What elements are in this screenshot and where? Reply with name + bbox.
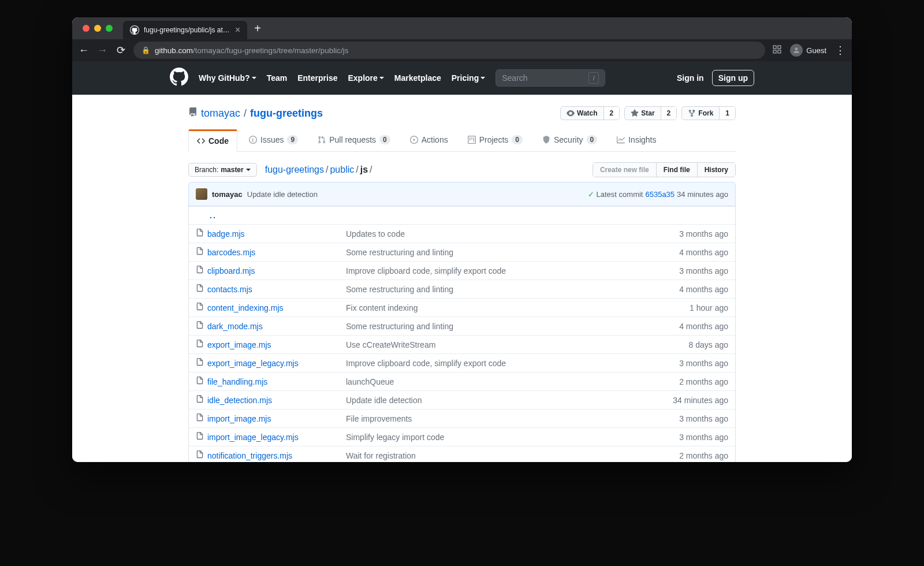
chevron-down-icon [379, 77, 384, 81]
svg-rect-1 [778, 46, 781, 49]
tab-insights[interactable]: Insights [609, 129, 664, 151]
file-row: idle_detection.mjsUpdate idle detection3… [189, 390, 735, 409]
watch-button[interactable]: Watch2 [560, 106, 620, 120]
file-row: dark_mode.mjsSome restructuring and lint… [189, 316, 735, 335]
file-link[interactable]: import_image.mjs [207, 414, 271, 423]
file-time: 1 hour ago [690, 303, 728, 312]
close-tab-icon[interactable]: × [235, 25, 240, 35]
project-icon [468, 136, 476, 144]
file-commit-msg[interactable]: Some restructuring and linting [346, 322, 679, 331]
chevron-down-icon [252, 77, 256, 81]
url-bar[interactable]: 🔒 github.com/tomayac/fugu-greetings/tree… [133, 42, 765, 59]
history-button[interactable]: History [698, 163, 735, 177]
nav-team[interactable]: Team [267, 73, 288, 83]
pull-request-icon [318, 136, 326, 144]
repo-name-link[interactable]: fugu-greetings [250, 107, 323, 120]
browser-tab[interactable]: fugu-greetings/public/js at ma… × [123, 21, 247, 39]
file-row: file_handling.mjslaunchQueue2 months ago [189, 372, 735, 390]
commit-message[interactable]: Update idle detection [247, 190, 318, 199]
check-icon[interactable]: ✓ [588, 190, 594, 199]
file-icon [196, 395, 207, 405]
window-minimize-icon[interactable] [94, 25, 101, 32]
code-icon [197, 137, 205, 145]
file-link[interactable]: barcodes.mjs [207, 248, 255, 257]
shield-icon [542, 136, 550, 144]
nav-marketplace[interactable]: Marketplace [394, 73, 441, 83]
signin-link[interactable]: Sign in [677, 73, 704, 83]
file-commit-msg[interactable]: Some restructuring and linting [346, 285, 679, 294]
repo-owner-link[interactable]: tomayac [201, 107, 240, 120]
star-button[interactable]: Star2 [624, 106, 677, 120]
new-tab-button[interactable]: + [254, 22, 261, 35]
tab-projects[interactable]: Projects0 [460, 129, 531, 151]
find-file-button[interactable]: Find file [657, 163, 698, 177]
file-link[interactable]: notification_triggers.mjs [207, 451, 292, 460]
file-row: export_image_legacy.mjsImprove clipboard… [189, 353, 735, 372]
latest-commit-label: Latest commit [597, 190, 643, 199]
play-icon [410, 136, 418, 144]
crumb-public[interactable]: public [330, 165, 354, 174]
file-link[interactable]: file_handling.mjs [207, 377, 267, 386]
commit-sha[interactable]: 6535a35 [645, 190, 675, 199]
file-link[interactable]: clipboard.mjs [207, 266, 255, 275]
file-link[interactable]: dark_mode.mjs [207, 322, 263, 331]
fork-button[interactable]: Fork1 [681, 106, 736, 120]
file-link[interactable]: import_image_legacy.mjs [207, 433, 299, 442]
repo-path: tomayac/fugu-greetings [188, 107, 323, 120]
file-time: 3 months ago [679, 266, 728, 275]
file-row: notification_triggers.mjsWait for regist… [189, 446, 735, 462]
file-commit-msg[interactable]: Updates to code [346, 229, 679, 239]
create-file-button[interactable]: Create new file [593, 163, 657, 177]
tab-actions[interactable]: Actions [402, 129, 456, 151]
forward-button[interactable]: → [96, 44, 108, 57]
github-favicon-icon [130, 25, 139, 35]
menu-icon[interactable]: ⋮ [834, 44, 846, 57]
github-logo-icon[interactable] [170, 68, 188, 88]
nav-why-github[interactable]: Why GitHub? [199, 73, 256, 83]
file-commit-msg[interactable]: Some restructuring and linting [346, 248, 679, 257]
author-avatar[interactable] [196, 188, 207, 200]
window-close-icon[interactable] [83, 25, 90, 32]
file-link[interactable]: idle_detection.mjs [207, 396, 272, 405]
repo-icon [188, 107, 198, 120]
file-link[interactable]: badge.mjs [207, 229, 245, 239]
file-commit-msg[interactable]: Improve clipboard code, simplify export … [346, 266, 679, 275]
file-commit-msg[interactable]: Wait for registration [346, 451, 679, 460]
search-field[interactable]: / [495, 69, 605, 87]
file-commit-msg[interactable]: Fix content indexing [346, 303, 690, 312]
file-commit-msg[interactable]: Simplify legacy import code [346, 433, 679, 442]
file-link[interactable]: content_indexing.mjs [207, 303, 284, 312]
file-time: 3 months ago [679, 433, 728, 442]
tab-code[interactable]: Code [188, 129, 237, 152]
signup-button[interactable]: Sign up [712, 70, 754, 86]
tab-issues[interactable]: Issues9 [241, 129, 306, 151]
crumb-root[interactable]: fugu-greetings [265, 165, 324, 174]
profile-button[interactable]: Guest [790, 44, 826, 57]
search-input[interactable] [502, 73, 577, 83]
file-commit-msg[interactable]: File improvements [346, 414, 679, 423]
file-time: 3 months ago [679, 359, 728, 368]
extensions-icon[interactable] [772, 44, 782, 57]
nav-explore[interactable]: Explore [348, 73, 383, 83]
back-button[interactable]: ← [78, 44, 90, 57]
file-link[interactable]: export_image.mjs [207, 340, 271, 349]
file-link[interactable]: export_image_legacy.mjs [207, 359, 299, 368]
nav-pricing[interactable]: Pricing [452, 73, 485, 83]
file-icon [196, 321, 207, 331]
file-icon [196, 247, 207, 257]
chevron-down-icon [480, 77, 485, 81]
tab-pulls[interactable]: Pull requests0 [310, 129, 398, 151]
file-commit-msg[interactable]: Update idle detection [346, 396, 673, 405]
file-commit-msg[interactable]: Use cCreateWriteStream [346, 340, 689, 349]
branch-selector[interactable]: Branch:master [188, 163, 257, 177]
reload-button[interactable]: ⟳ [115, 44, 126, 57]
file-commit-msg[interactable]: Improve clipboard code, simplify export … [346, 359, 679, 368]
file-commit-msg[interactable]: launchQueue [346, 377, 679, 386]
tab-security[interactable]: Security0 [534, 129, 605, 151]
file-link[interactable]: contacts.mjs [207, 285, 252, 294]
commit-author[interactable]: tomayac [212, 190, 243, 199]
parent-dir-row[interactable]: .. [189, 206, 735, 224]
file-row: barcodes.mjsSome restructuring and linti… [189, 243, 735, 261]
window-maximize-icon[interactable] [106, 25, 113, 32]
nav-enterprise[interactable]: Enterprise [297, 73, 337, 83]
